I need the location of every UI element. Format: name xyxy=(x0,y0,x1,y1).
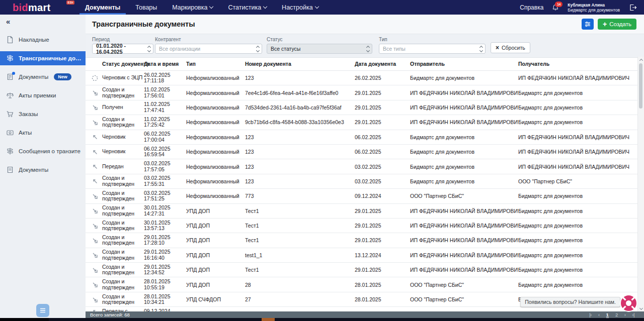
col-receiver[interactable]: Получатель xyxy=(518,61,638,67)
cell-type: УПД ДОП xyxy=(186,208,245,214)
signpost-icon xyxy=(6,54,14,62)
filter-status: Статус Все статусы xyxy=(267,37,372,54)
row-direction-icon xyxy=(92,163,102,170)
spinner-icon[interactable] xyxy=(146,46,150,52)
sidebar-item-nakladnye[interactable]: Накладные xyxy=(0,30,86,49)
table-row[interactable]: Передан 03.02.202517:57:05 Неформализова… xyxy=(86,159,638,174)
cell-sender: ООО "Партнер СБиС" xyxy=(410,282,518,288)
sidebar-item-documents[interactable]: Документы xyxy=(0,160,86,179)
spinner-icon[interactable] xyxy=(365,46,369,52)
sidebar-item-documents-new[interactable]: Документы New xyxy=(0,67,86,86)
col-status[interactable]: Статус документа xyxy=(102,61,144,67)
cell-type: УПД ДОП xyxy=(186,223,245,229)
cell-number: 7d534ded-2361-4a16-ba4b-ca97fe5f36af xyxy=(245,104,355,111)
cell-number: 27 xyxy=(245,296,355,302)
table-row[interactable]: Создан и подтвержден 11.02.202517:25:42 … xyxy=(86,115,638,130)
scrollbar-thumb[interactable] xyxy=(639,63,642,109)
cell-sender: ИП ФЕДЯЧКИН НИКОЛАЙ ВЛАДИМИРОВИЧ xyxy=(410,237,518,243)
sidebar-item-acceptance-acts[interactable]: Акты приемки xyxy=(0,86,86,104)
cell-datetime: 11.02.202517:25:42 xyxy=(144,117,186,128)
page-last-button[interactable]: ›| xyxy=(632,312,634,317)
cell-status: Создан и подтвержден xyxy=(102,117,144,128)
cell-number: 123 xyxy=(245,134,355,140)
new-badge: New xyxy=(54,73,71,80)
cell-docdate: 29.01.2025 xyxy=(355,223,410,229)
col-datetime[interactable]: Дата и время xyxy=(144,61,186,67)
support-widget-button[interactable] xyxy=(619,294,638,312)
sidebar-item-transit-messages[interactable]: Сообщения о транзите xyxy=(0,142,86,160)
table-row[interactable]: Создан и подтвержден 30.01.202514:27:31 … xyxy=(86,204,638,219)
scroll-up-arrow[interactable] xyxy=(638,57,644,62)
page-next-button[interactable]: › xyxy=(624,312,626,317)
row-direction-icon xyxy=(92,207,102,214)
filter-period-label: Период xyxy=(92,37,153,42)
status-select[interactable]: Все статусы xyxy=(267,44,372,54)
sidebar-collapse-button[interactable]: « xyxy=(6,18,10,25)
table-row[interactable]: Создан и подтвержден 29.01.202516:16:40 … xyxy=(86,248,638,263)
cell-type: Неформализованный xyxy=(186,134,245,140)
table-row[interactable]: Черновик с ЭЦП 26.02.202517:11:18 Неформ… xyxy=(86,71,638,85)
table-row[interactable]: Создан и подтвержден 11.02.202517:56:01 … xyxy=(86,85,638,100)
cell-sender: ИП ФЕДЯЧКИН НИКОЛАЙ ВЛАДИМИРОВИЧ xyxy=(410,90,518,96)
menu-item-marking[interactable]: Маркировка xyxy=(165,0,220,15)
user-block[interactable]: Кублицкая Алина Бидмартс для документов xyxy=(568,3,620,13)
app-logo[interactable]: bidmart EDI xyxy=(13,3,75,13)
menu-item-goods[interactable]: Товары xyxy=(128,0,165,15)
page-2-button[interactable]: 2 xyxy=(615,312,618,317)
col-type[interactable]: Тип xyxy=(186,61,245,67)
column-settings-button[interactable] xyxy=(582,19,594,30)
table-row[interactable]: Черновик 06.02.202516:59:54 Неформализов… xyxy=(86,145,638,159)
cell-number: 123 xyxy=(245,75,355,81)
chevron-down-icon xyxy=(314,5,318,9)
logout-button[interactable] xyxy=(629,4,637,11)
sidebar-item-transborder-docs[interactable]: Трансграничные докум... xyxy=(0,51,86,65)
cell-datetime: 29.01.202512:34:52 xyxy=(144,264,186,276)
menu-item-documents[interactable]: Документы xyxy=(77,0,128,15)
page-first-button[interactable]: |‹ xyxy=(589,312,592,317)
menu-item-statistics[interactable]: Статистика xyxy=(220,0,274,15)
table-row[interactable]: Создан и подтвержден 28.01.202510:55:19 … xyxy=(86,277,638,292)
table-row[interactable]: Передан с 09.12.2024 xyxy=(86,307,638,311)
table-row[interactable]: Создан и подтвержден 03.02.202517:55:31 … xyxy=(86,174,638,189)
page-title: Трансграничные документы xyxy=(92,20,195,28)
create-button[interactable]: + Создать xyxy=(598,19,636,30)
table-row[interactable]: Создан и подтвержден 29.01.202517:28:10 … xyxy=(86,233,638,248)
cell-status: Создан и подтвержден xyxy=(102,175,144,187)
cell-sender: ИП ФЕДЯЧКИН НИКОЛАЙ ВЛАДИМИРОВИЧ xyxy=(410,223,518,229)
spinner-icon[interactable] xyxy=(255,46,259,52)
row-direction-icon xyxy=(92,134,102,140)
vertical-scrollbar[interactable] xyxy=(637,57,644,311)
sidebar-item-orders[interactable]: Заказы xyxy=(0,104,86,123)
menu-item-settings[interactable]: Настройка xyxy=(274,0,326,15)
spinner-icon[interactable] xyxy=(478,46,482,52)
filter-period: Период 01.01.2020 - 16.04.2025 xyxy=(92,37,153,54)
table-row[interactable]: Создан и подтвержден 30.01.202513:57:13 … xyxy=(86,219,638,233)
invoice-doc-icon xyxy=(6,36,14,44)
table-row[interactable]: Черновик 06.02.202517:00:04 Неформализов… xyxy=(86,130,638,145)
page-prev-button[interactable]: ‹ xyxy=(598,312,600,317)
cell-type: Неформализованный xyxy=(186,119,245,125)
reset-filters-button[interactable]: × Сбросить xyxy=(491,42,530,53)
sidebar-menu: Накладные Трансграничные докум... Докуме… xyxy=(0,30,86,179)
col-number[interactable]: Номер документа xyxy=(245,61,355,67)
col-sender[interactable]: Отправитель xyxy=(410,61,518,67)
notifications-button[interactable]: 14 xyxy=(552,4,558,11)
period-input[interactable]: 01.01.2020 - 16.04.2025 xyxy=(92,44,153,54)
filter-counterparty-label: Контрагент xyxy=(155,37,262,42)
col-docdate[interactable]: Дата документа xyxy=(355,61,410,67)
help-link[interactable]: Справка xyxy=(520,4,543,11)
cell-receiver: ИП ФЕДЯЧКИН НИКОЛАЙ ВЛАДИМИРОВИЧ xyxy=(518,149,638,155)
table-row[interactable]: Создан и подтвержден 29.01.202512:34:52 … xyxy=(86,263,638,277)
chat-widget-button[interactable] xyxy=(36,304,49,317)
table-row[interactable]: Получен 11.02.202517:47:41 Неформализова… xyxy=(86,100,638,115)
cell-datetime: 29.01.202516:16:40 xyxy=(144,249,186,261)
cell-docdate: 29.01.2025 xyxy=(355,237,410,243)
cell-number: Тест1 xyxy=(245,267,355,273)
scroll-down-arrow[interactable] xyxy=(638,306,644,311)
counterparty-select[interactable]: Все организации xyxy=(155,44,262,54)
sidebar-item-acts[interactable]: Акты xyxy=(0,123,86,142)
type-select[interactable]: Все типы xyxy=(379,44,486,54)
table-row[interactable]: Создан и подтвержден 03.02.202517:51:25 … xyxy=(86,189,638,203)
cell-number: test1_1 xyxy=(245,252,355,258)
page-1-button[interactable]: 1 xyxy=(606,312,609,318)
